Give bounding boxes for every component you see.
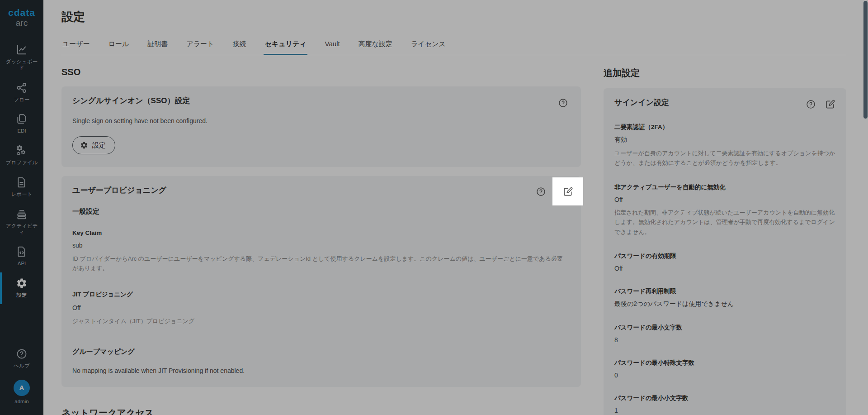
user-name-label: admin	[14, 399, 28, 405]
tab-advanced[interactable]: 高度な設定	[358, 36, 393, 55]
provisioning-card-title: ユーザープロビジョニング	[72, 185, 570, 196]
setting-password-min-length: パスワードの最小文字数 8	[614, 324, 835, 343]
setting-label: 非アクティブユーザーを自動的に無効化	[614, 183, 835, 191]
sidebar-bottom: ヘルプ A admin	[0, 343, 43, 415]
setting-value: Off	[614, 265, 835, 272]
sidebar-item-edi[interactable]: EDI	[0, 108, 43, 140]
app-window: cdata arc ダッシュボード フロー	[0, 0, 868, 415]
sidebar-item-label: プロファイル	[6, 160, 38, 166]
additional-section-title: 追加設定	[604, 67, 846, 79]
report-file-icon	[16, 176, 28, 188]
settings-tabs: ユーザー ロール 証明書 アラート 接続 セキュリティ Vault 高度な設定 …	[61, 36, 846, 55]
sso-help-icon[interactable]	[558, 98, 568, 108]
sidebar-item-label: フロー	[14, 97, 29, 103]
provisioning-edit-spotlight[interactable]	[552, 177, 583, 205]
sidebar-item-label: アクティビティ	[4, 223, 39, 236]
sso-description: Single sign on setting have not been con…	[72, 117, 570, 124]
sidebar-item-reports[interactable]: レポート	[0, 172, 43, 203]
cdata-arc-logo: cdata arc	[8, 7, 35, 28]
setting-auto-disable: 非アクティブユーザーを自動的に無効化 Off 指定された期間、非アクティブ状態が…	[614, 183, 835, 237]
sidebar-nav: ダッシュボード フロー EDI	[0, 39, 43, 415]
sidebar-item-api[interactable]: API	[0, 241, 43, 272]
signin-edit-icon[interactable]	[825, 99, 835, 110]
group-mapping-text: No mapping is available when JIT Provisi…	[72, 367, 570, 374]
sidebar-item-label: ヘルプ	[14, 363, 29, 369]
sso-section-title: SSO	[61, 67, 581, 77]
setting-password-min-special: パスワードの最小特殊文字数 0	[614, 359, 835, 379]
api-file-code-icon	[16, 246, 28, 258]
setting-label: パスワードの有効期限	[614, 252, 835, 260]
general-settings-title: 一般設定	[72, 207, 570, 216]
sidebar-item-dashboard[interactable]: ダッシュボード	[0, 39, 43, 77]
setting-value: 有効	[614, 136, 835, 144]
activity-stack-icon	[16, 208, 28, 220]
sso-configure-button-label: 設定	[92, 141, 106, 150]
sso-card: シングルサインオン（SSO）設定 Single sign on setting …	[61, 86, 581, 167]
avatar: A	[14, 380, 30, 396]
setting-value: 1	[614, 407, 835, 414]
sidebar-spacer	[0, 304, 43, 343]
profile-gears-icon	[16, 145, 28, 157]
sso-configure-button[interactable]: 設定	[72, 136, 115, 154]
left-column: SSO シングルサインオン（SSO）設定 Single sign on sett…	[61, 55, 581, 415]
tab-roles[interactable]: ロール	[108, 36, 130, 55]
signin-settings-card: サインイン設定 二要素認証（2FA） 有効 ユーザーが自身のアカウントに対して二…	[604, 88, 846, 415]
settings-gear-icon	[16, 277, 28, 289]
group-mapping-title: グループマッピング	[72, 348, 570, 356]
key-claim-value: sub	[72, 242, 570, 249]
tab-vault[interactable]: Vault	[324, 36, 341, 55]
setting-value: 0	[614, 372, 835, 379]
main-content: 設定 ユーザー ロール 証明書 アラート 接続 セキュリティ Vault 高度な…	[43, 0, 868, 415]
sidebar-item-flows[interactable]: フロー	[0, 77, 43, 109]
tab-security[interactable]: セキュリティ	[264, 36, 307, 55]
vertical-scrollbar-thumb[interactable]	[863, 1, 868, 119]
user-provisioning-card: ユーザープロビジョニング 一般設定 Key Claim sub ID プロバイダ…	[61, 176, 581, 387]
sidebar-item-label: レポート	[11, 191, 33, 198]
content-columns: SSO シングルサインオン（SSO）設定 Single sign on sett…	[61, 55, 846, 415]
setting-2fa: 二要素認証（2FA） 有効 ユーザーが自身のアカウントに対して二要素認証を有効に…	[614, 123, 835, 168]
setting-label: パスワード再利用制限	[614, 287, 835, 296]
setting-value: Off	[614, 196, 835, 203]
key-claim-label: Key Claim	[72, 229, 570, 236]
jit-provisioning-help: ジャストインタイム（JIT）プロビジョニング	[72, 317, 567, 326]
gear-icon	[80, 141, 88, 149]
tab-alerts[interactable]: アラート	[185, 36, 215, 55]
jit-provisioning-label: JIT プロビジョニング	[72, 291, 570, 299]
sidebar-item-activity[interactable]: アクティビティ	[0, 203, 43, 241]
provisioning-help-icon[interactable]	[536, 186, 546, 197]
setting-label: 二要素認証（2FA）	[614, 123, 835, 131]
setting-help: 指定された期間、非アクティブ状態が続いたユーザーアカウントを自動的に無効化します…	[614, 208, 835, 237]
dashboard-chart-icon	[16, 44, 28, 56]
flow-share-icon	[16, 82, 28, 94]
tab-certificates[interactable]: 証明書	[146, 36, 169, 55]
signin-help-icon[interactable]	[806, 99, 816, 110]
tab-license[interactable]: ライセンス	[410, 36, 447, 55]
setting-password-expiry: パスワードの有効期限 Off	[614, 252, 835, 272]
page-title: 設定	[61, 9, 846, 25]
sidebar-item-user[interactable]: A admin	[0, 375, 43, 410]
provisioning-card-actions	[536, 177, 583, 205]
tab-users[interactable]: ユーザー	[61, 36, 91, 55]
tab-connections[interactable]: 接続	[231, 36, 247, 55]
setting-label: パスワードの最小小文字数	[614, 394, 835, 402]
sidebar-item-label: ダッシュボード	[4, 59, 39, 72]
setting-help: ユーザーが自身のアカウントに対して二要素認証を有効にするオプションを持つかどうか…	[614, 148, 835, 168]
setting-label: パスワードの最小文字数	[614, 324, 835, 332]
jit-provisioning-value: Off	[72, 304, 570, 311]
sidebar: cdata arc ダッシュボード フロー	[0, 0, 43, 415]
edit-pencil-icon	[563, 186, 573, 197]
sidebar-item-settings[interactable]: 設定	[0, 272, 43, 304]
signin-card-actions	[806, 99, 835, 110]
network-section-title: ネットワークアクセス	[61, 407, 581, 415]
right-column: 追加設定 サインイン設定 二要素認証（2FA） 有効 ユーザーが自身のアカウント…	[604, 55, 846, 415]
sidebar-item-label: API	[18, 261, 26, 267]
signin-card-title: サインイン設定	[614, 97, 835, 108]
logo-arc: arc	[8, 19, 35, 28]
sidebar-item-help[interactable]: ヘルプ	[0, 343, 43, 375]
help-circle-icon	[16, 348, 28, 360]
sidebar-item-label: EDI	[17, 128, 26, 134]
sidebar-item-profiles[interactable]: プロファイル	[0, 140, 43, 172]
setting-password-min-lowercase: パスワードの最小小文字数 1	[614, 394, 835, 414]
setting-value: 最後の2つのパスワードは使用できません	[614, 300, 835, 308]
key-claim-help: ID プロバイダーからArc のユーザーにユーザーをマッピングする際、フェデレー…	[72, 254, 567, 273]
